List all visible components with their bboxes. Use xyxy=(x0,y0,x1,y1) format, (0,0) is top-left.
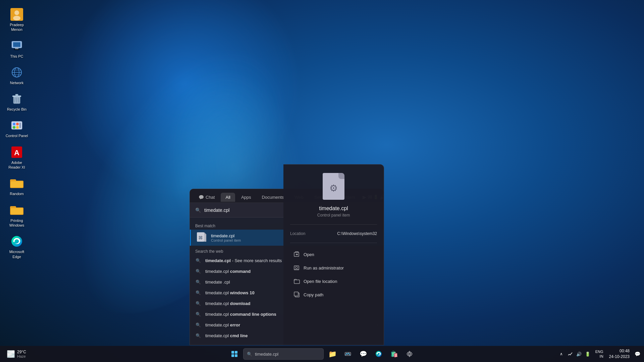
battery-tray-icon[interactable]: 🔋 xyxy=(584,351,591,357)
action-open-label: Open xyxy=(304,252,314,257)
svg-point-53 xyxy=(376,351,382,357)
desktop-icon-this-pc[interactable]: This PC xyxy=(3,37,30,61)
folder-random-icon xyxy=(10,177,23,190)
desktop-icon-label: Recycle Bin xyxy=(7,107,26,112)
svg-line-17 xyxy=(18,98,19,103)
action-open[interactable]: Open xyxy=(290,248,377,260)
svg-point-1 xyxy=(14,10,19,15)
action-copy-label: Copy path xyxy=(304,292,323,297)
language-indicator[interactable]: ENGIN xyxy=(594,351,605,357)
computer-icon xyxy=(10,39,23,53)
folder-open-icon xyxy=(293,278,300,285)
desktop-icon-label: This PC xyxy=(10,54,23,59)
svg-rect-47 xyxy=(294,292,298,296)
control-panel-icon xyxy=(10,119,23,132)
search-circle-icon-5: 🔍 xyxy=(195,300,201,306)
taskbar-center: 🔍 timedate.cpl 📁 💬 xyxy=(228,347,416,361)
adobe-reader-icon: A xyxy=(10,145,23,159)
file-large-icon: ⚙ xyxy=(320,171,347,201)
svg-point-22 xyxy=(16,126,19,129)
search-circle-icon-6: 🔍 xyxy=(195,311,201,317)
weather-widget[interactable]: 🌫️ 29°C Haze xyxy=(3,347,30,361)
tab-all[interactable]: All xyxy=(221,193,235,202)
desktop-icon-label: Random xyxy=(10,191,24,196)
panel-filename: timedate.cpl xyxy=(319,205,348,212)
desktop-icon-label: AdobeReader XI xyxy=(8,160,25,170)
svg-rect-31 xyxy=(11,208,23,214)
desktop-icon-label: Network xyxy=(10,80,23,85)
widgets-button[interactable] xyxy=(341,347,355,361)
right-panel: ⚙ timedate.cpl Control panel item Locati… xyxy=(283,164,384,345)
desktop-icon-adobe-reader[interactable]: A AdobeReader XI xyxy=(3,143,30,173)
volume-tray-icon[interactable]: 🔊 xyxy=(576,351,582,357)
taskbar-clock[interactable]: 00:48 24-10-2023 xyxy=(606,348,632,360)
svg-point-19 xyxy=(13,123,15,125)
panel-divider-2 xyxy=(290,243,377,243)
clock-date: 24-10-2023 xyxy=(609,354,630,360)
svg-point-21 xyxy=(13,126,15,129)
recycle-bin-icon xyxy=(10,92,23,106)
desktop-icon-edge[interactable]: MicrosoftEdge xyxy=(3,232,30,262)
doc-background: ⚙ xyxy=(323,173,344,200)
svg-point-44 xyxy=(296,266,298,268)
folder-printing-icon xyxy=(10,203,23,217)
svg-rect-45 xyxy=(294,280,300,284)
desktop: PradeepMenon This PC xyxy=(0,0,644,362)
language-text: ENGIN xyxy=(595,349,603,359)
location-label: Location xyxy=(290,231,305,236)
gear-icon-large: ⚙ xyxy=(329,183,338,194)
desktop-icon-control-panel[interactable]: Control Panel xyxy=(3,116,30,141)
desktop-icon-pradeep-menon[interactable]: PradeepMenon xyxy=(3,5,30,35)
svg-rect-51 xyxy=(235,354,237,357)
teams-button[interactable]: 💬 xyxy=(357,347,370,361)
action-admin-label: Run as administrator xyxy=(304,265,344,270)
svg-rect-4 xyxy=(13,42,20,47)
search-circle-icon: 🔍 xyxy=(195,257,201,263)
search-circle-icon-2: 🔍 xyxy=(195,268,201,274)
search-circle-icon-8: 🔍 xyxy=(195,333,201,339)
chevron-up-icon[interactable]: ∧ xyxy=(558,351,565,357)
desktop-icon-printing-windows[interactable]: PrintingWindows xyxy=(3,201,30,231)
svg-rect-34 xyxy=(204,234,206,242)
tab-chat[interactable]: 💬 Chat xyxy=(194,193,219,202)
svg-rect-23 xyxy=(19,123,21,128)
file-explorer-button[interactable]: 📁 xyxy=(326,347,339,361)
svg-text:A: A xyxy=(14,148,19,157)
taskbar-search-bar[interactable]: 🔍 timedate.cpl xyxy=(243,348,324,360)
svg-rect-50 xyxy=(231,354,234,357)
store-button[interactable]: 🛍️ xyxy=(387,347,401,361)
system-tray: ∧ 🔊 🔋 xyxy=(557,351,592,357)
start-button[interactable] xyxy=(228,347,241,361)
tab-apps[interactable]: Apps xyxy=(236,193,256,202)
edge-taskbar-button[interactable] xyxy=(372,347,385,361)
desktop-icon-label: Control Panel xyxy=(6,133,28,138)
panel-filetype: Control panel item xyxy=(317,213,350,218)
svg-rect-28 xyxy=(11,181,23,187)
settings-taskbar-button[interactable] xyxy=(403,347,416,361)
search-circle-icon-4: 🔍 xyxy=(195,290,201,296)
desktop-icon-random[interactable]: Random xyxy=(3,174,30,199)
network-icon xyxy=(10,66,23,79)
svg-point-20 xyxy=(16,123,19,125)
admin-icon xyxy=(293,264,300,271)
chat-icon: 💬 xyxy=(199,195,204,200)
action-copy-path[interactable]: Copy path xyxy=(290,289,377,301)
svg-point-2 xyxy=(13,16,20,20)
svg-rect-5 xyxy=(15,48,18,49)
action-open-location[interactable]: Open file location xyxy=(290,275,377,287)
cpl-file-icon xyxy=(196,232,207,243)
panel-meta: Location C:\Windows\system32 xyxy=(290,230,377,237)
search-circle-icon-3: 🔍 xyxy=(195,279,201,285)
svg-point-32 xyxy=(11,236,22,247)
desktop-icon-network[interactable]: Network xyxy=(3,63,30,88)
desktop-icon-recycle-bin[interactable]: Recycle Bin xyxy=(3,89,30,114)
weather-icon: 🌫️ xyxy=(7,350,15,358)
search-circle-icon-7: 🔍 xyxy=(195,322,201,328)
panel-actions: Open Run as administrator xyxy=(290,248,377,301)
network-tray-icon[interactable] xyxy=(567,351,574,357)
panel-divider-1 xyxy=(290,224,377,225)
action-run-as-admin[interactable]: Run as administrator xyxy=(290,262,377,274)
notification-icon[interactable]: 💬 xyxy=(634,351,641,357)
location-value: C:\Windows\system32 xyxy=(337,231,377,236)
svg-rect-42 xyxy=(296,254,298,255)
